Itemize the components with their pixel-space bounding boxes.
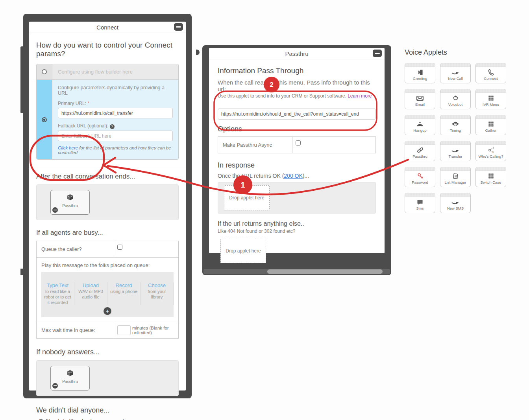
- drag-handle[interactable]: [440, 141, 470, 145]
- options-heading: Options: [218, 125, 376, 133]
- applet-card-transfer[interactable]: Transfer: [440, 141, 471, 161]
- applet-card-list-manager[interactable]: List Manager: [440, 167, 471, 187]
- message-option-type-text[interactable]: Type Text to read like a robot or to get…: [41, 282, 74, 305]
- passthru-url-input[interactable]: [218, 109, 376, 120]
- option-dynamic-url[interactable]: Configure parameters dynamically by prov…: [37, 79, 178, 159]
- chain-icon: [405, 145, 435, 154]
- in-response-heading: In response: [218, 161, 376, 169]
- sms-icon: [405, 197, 435, 206]
- applet-card-switch-case[interactable]: Switch Case: [475, 167, 506, 187]
- message-option-record[interactable]: Record using a phone: [107, 282, 141, 305]
- applet-card-new-call[interactable]: New Call: [440, 63, 471, 83]
- drag-handle[interactable]: [405, 115, 435, 119]
- drag-handle[interactable]: [440, 115, 470, 119]
- drag-handle[interactable]: [440, 193, 470, 197]
- applet-card-email[interactable]: Email: [405, 89, 435, 109]
- call-arrow-icon: [440, 67, 470, 76]
- url-option-description: Configure parameters dynamically by prov…: [58, 85, 173, 96]
- call-arrow-icon: [440, 145, 470, 154]
- remove-applet-button[interactable]: [52, 207, 58, 213]
- drag-handle[interactable]: [440, 63, 470, 67]
- applet-card-password[interactable]: Password: [405, 167, 435, 187]
- caller-id-icon: TN: [476, 145, 506, 154]
- params-link[interactable]: Click here: [58, 146, 78, 150]
- applet-card-sms[interactable]: Sms: [405, 193, 435, 213]
- learn-more-link[interactable]: Learn more: [348, 93, 372, 99]
- status-200-link[interactable]: 200 OK: [284, 173, 302, 179]
- applet-card-greeting[interactable]: Greeting: [405, 63, 435, 83]
- drag-handle[interactable]: [405, 141, 435, 145]
- hangup-icon: [405, 119, 435, 128]
- drag-handle[interactable]: [405, 167, 435, 171]
- drag-handle[interactable]: [476, 115, 506, 119]
- message-option-upload[interactable]: Upload WAV or MP3 audio file: [74, 282, 107, 305]
- message-option-choose[interactable]: Choose from your library: [141, 282, 174, 305]
- drag-handle[interactable]: [476, 89, 506, 93]
- flow-option-label: Configure using flow builder here: [52, 64, 178, 79]
- drag-handle[interactable]: [476, 63, 506, 67]
- minus-icon: [54, 385, 57, 386]
- url-radio-cell: [37, 80, 52, 159]
- connect-header: Connect: [29, 22, 186, 33]
- applet-card-timing[interactable]: Timing: [440, 115, 471, 135]
- add-message-button[interactable]: [104, 307, 111, 315]
- drag-handle[interactable]: [440, 89, 470, 93]
- passthru-hint: Use this applet to send info to your CRM…: [218, 93, 376, 99]
- horizontal-scrollbar-track[interactable]: [203, 269, 390, 274]
- robot-icon: [440, 93, 470, 102]
- drop-applet-target[interactable]: Drop applet here: [224, 185, 270, 210]
- drag-handle[interactable]: [405, 63, 435, 67]
- connect-window-title: Connect: [29, 24, 186, 31]
- horizontal-scrollbar-thumb[interactable]: [267, 269, 383, 274]
- queue-checkbox[interactable]: [117, 245, 122, 250]
- ok-drop-zone[interactable]: Drop applet here: [218, 182, 376, 214]
- minimize-button[interactable]: [174, 23, 183, 31]
- queue-label: Queue the caller?: [37, 241, 114, 257]
- passthru-chip[interactable]: Passthru: [50, 190, 90, 215]
- option-flow-builder[interactable]: Configure using flow builder here: [37, 64, 178, 79]
- else-subtext: Like 404 Not found or 302 found etc?: [218, 228, 376, 234]
- drag-handle[interactable]: [476, 141, 506, 145]
- connect-body: How do you want to control your Connect …: [29, 33, 186, 420]
- passthru-chip[interactable]: Passthru: [50, 366, 90, 391]
- applet-card-voicebot[interactable]: Voicebot: [440, 89, 471, 109]
- envelope-icon: [405, 93, 435, 102]
- applet-card-who-s-calling[interactable]: TN Who's Calling?: [475, 141, 506, 161]
- remove-applet-button[interactable]: [52, 383, 58, 389]
- else-heading: If the url returns anything else..: [218, 220, 376, 227]
- applet-card-gather[interactable]: Gather: [475, 115, 506, 135]
- fallback-url-label: Fallback URL (optional):: [58, 123, 173, 129]
- applet-card-ivr-menu[interactable]: IVR Menu: [475, 89, 506, 109]
- max-wait-input[interactable]: [117, 325, 131, 335]
- fallback-url-input[interactable]: [58, 131, 173, 141]
- message-source-options: Type Text to read like a robot or to get…: [41, 272, 174, 317]
- drag-handle[interactable]: [405, 89, 435, 93]
- async-checkbox[interactable]: [296, 140, 301, 146]
- minimize-button[interactable]: [373, 50, 382, 57]
- minus-icon: [54, 210, 57, 210]
- max-wait-cell: minutes (Blank for unlimited): [114, 322, 178, 338]
- list-icon: [440, 171, 470, 180]
- applet-card-connect[interactable]: Connect: [475, 63, 506, 83]
- applet-card-passthru[interactable]: Passthru: [405, 141, 435, 161]
- applet-card-hangup[interactable]: Hangup: [405, 115, 435, 135]
- radio-unselected-icon[interactable]: [42, 69, 47, 74]
- control-options: Configure using flow builder here Config…: [36, 64, 179, 160]
- applet-card-new-sms[interactable]: New SMS: [440, 193, 471, 213]
- drop-applet-target[interactable]: Drop applet here: [220, 239, 266, 263]
- info-icon[interactable]: [110, 124, 115, 129]
- radio-selected-icon[interactable]: [42, 117, 47, 122]
- drag-handle[interactable]: [405, 193, 435, 197]
- after-call-drop-zone[interactable]: Passthru: [36, 184, 179, 220]
- passthru-window-frame: Passthru Information Pass Through When t…: [202, 45, 391, 275]
- key-icon: [405, 171, 435, 180]
- max-wait-label: Max wait time in queue:: [37, 322, 114, 338]
- drag-handle[interactable]: [476, 167, 506, 171]
- connect-question-heading: How do you want to control your Connect …: [36, 41, 179, 58]
- primary-url-input[interactable]: [58, 108, 173, 118]
- nobody-answers-drop-zone[interactable]: Passthru: [36, 360, 179, 396]
- greeting-icon: [405, 67, 435, 76]
- required-asterisk: *: [87, 101, 89, 105]
- busy-settings-table: Queue the caller? Play this message to t…: [36, 241, 179, 339]
- drag-handle[interactable]: [440, 167, 470, 171]
